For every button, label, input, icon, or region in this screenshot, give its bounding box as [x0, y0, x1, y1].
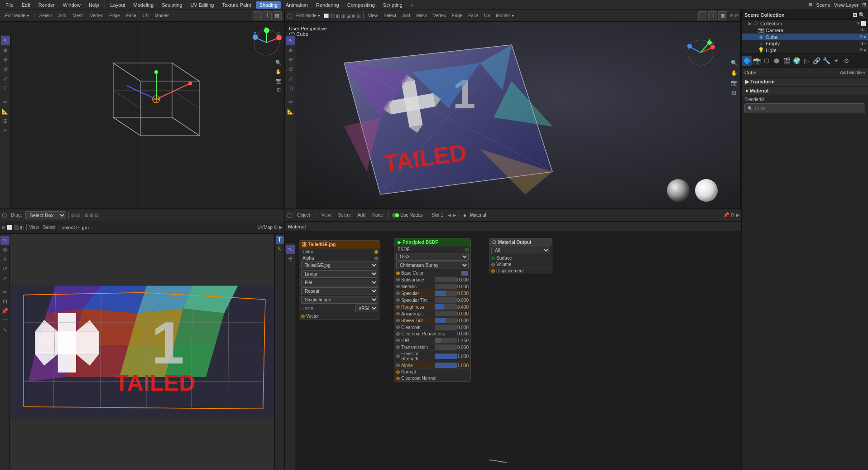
- workspace-compositing[interactable]: Compositing: [344, 1, 379, 9]
- vm-scale-tool[interactable]: ⤢: [286, 74, 295, 83]
- vm-measure-tool[interactable]: 📐: [286, 107, 295, 116]
- image-projection-select[interactable]: Repeat: [301, 287, 378, 295]
- vm-add[interactable]: Add: [400, 12, 412, 19]
- sc-search-icon[interactable]: 🔍: [858, 12, 865, 18]
- uv-sidebar-tool[interactable]: T: [276, 236, 284, 244]
- vp-tl-face[interactable]: Face: [124, 12, 139, 19]
- scale-tool[interactable]: ⤢: [1, 74, 10, 83]
- material-output-node[interactable]: ⬡ Material Output All Surface Vol: [489, 238, 552, 274]
- menu-window[interactable]: Window: [59, 1, 84, 9]
- image-file-select[interactable]: TailedGE.jpg: [301, 262, 378, 269]
- uv-annotate-tool[interactable]: ✏: [0, 287, 10, 296]
- props-modifier-icon[interactable]: 🔧: [821, 56, 831, 66]
- vm-rotate-tool[interactable]: ↺: [286, 65, 295, 74]
- props-render-icon[interactable]: 📸: [752, 56, 762, 66]
- specular-socket[interactable]: [396, 291, 400, 295]
- tree-item-collection[interactable]: ▶ ⬡ Collection 👁 ⬜: [742, 20, 868, 27]
- vector-socket[interactable]: [301, 315, 305, 318]
- workspace-add[interactable]: +: [407, 1, 417, 9]
- clearcoat-socket[interactable]: [396, 325, 400, 329]
- uv-select-tool[interactable]: ↖: [0, 236, 10, 245]
- image-interpolation-select[interactable]: Linear: [301, 270, 378, 278]
- vm-overlay-toggle[interactable]: ⊞ ⊟: [730, 13, 739, 18]
- aniso-socket[interactable]: [396, 312, 400, 315]
- vm-face[interactable]: Face: [466, 12, 480, 19]
- vm-face-select[interactable]: ▦: [718, 11, 727, 20]
- ne-pin-icon[interactable]: 📌: [723, 212, 729, 218]
- trans-socket[interactable]: [396, 345, 400, 349]
- grid-icon[interactable]: ⊞: [274, 86, 283, 94]
- uv-select-btn[interactable]: Select: [43, 225, 56, 230]
- props-object-icon[interactable]: ▷: [801, 56, 811, 66]
- props-constraint-icon[interactable]: 🔗: [811, 56, 821, 66]
- collection-hide[interactable]: ⬜: [861, 21, 866, 26]
- ior-socket[interactable]: [396, 339, 400, 342]
- editor-type-icon[interactable]: ⬡: [287, 12, 293, 19]
- search-blendkit[interactable]: 🔍: [744, 103, 865, 113]
- uv-move-tool[interactable]: ✛: [0, 255, 10, 264]
- sc-filter-icon[interactable]: ⊞: [853, 12, 857, 18]
- vm-hand-icon[interactable]: ✋: [729, 68, 739, 78]
- vm-mode-selector[interactable]: Edit Mode ▾: [294, 12, 322, 19]
- cc-rough-socket[interactable]: [396, 332, 400, 336]
- measure-tool[interactable]: 📐: [1, 107, 10, 116]
- ne-view[interactable]: View: [319, 212, 334, 218]
- ne-add[interactable]: Add: [355, 212, 368, 218]
- vm-mesh[interactable]: Mesh: [414, 12, 429, 19]
- move-tool[interactable]: ✛: [1, 55, 10, 64]
- ggx-select[interactable]: GGX: [396, 253, 469, 261]
- camera-view-icon[interactable]: 📷: [274, 77, 283, 85]
- annotate-tool[interactable]: ✏: [1, 97, 10, 107]
- vertex-select-icon[interactable]: ·: [253, 11, 262, 20]
- workspace-rendering[interactable]: Rendering: [312, 1, 343, 9]
- spec-tint-socket[interactable]: [396, 298, 400, 302]
- vm-vertex-select[interactable]: ·: [698, 11, 707, 20]
- image-single-select[interactable]: Single Image: [301, 296, 378, 304]
- image-colorspace-select[interactable]: sRGB: [355, 305, 378, 312]
- vm-annotate-tool[interactable]: ✏: [286, 97, 295, 107]
- uv-sidebar-n[interactable]: N: [276, 245, 284, 253]
- vm-camera-icon[interactable]: 📷: [729, 78, 739, 87]
- props-modifier-add[interactable]: Add Modifier: [840, 70, 865, 75]
- ne-slot[interactable]: Slot 1: [429, 212, 446, 218]
- tree-item-empty[interactable]: ○ Empty 👁 ·: [742, 40, 868, 47]
- tree-item-camera[interactable]: 📷 Camera 👁 ·: [742, 27, 868, 34]
- options-btn[interactable]: ⊞: [862, 2, 866, 8]
- viewport-tl-scene[interactable]: ↖ ⊕ ✛ ↺ ⤢ ⊡ ✏ 📐 ⊞ ✂ X Y: [0, 22, 284, 208]
- props-particles-icon[interactable]: ✦: [831, 56, 841, 66]
- vm-edge[interactable]: Edge: [450, 12, 465, 19]
- vm-select[interactable]: Select: [381, 12, 398, 19]
- vm-transform-tool[interactable]: ⊡: [286, 84, 295, 93]
- vm-view[interactable]: View: [366, 12, 380, 19]
- volume-socket[interactable]: [491, 263, 495, 266]
- vp-tl-vertex[interactable]: Vertex: [88, 12, 105, 19]
- uv-relax-tool[interactable]: ⊡: [0, 297, 10, 306]
- props-physics-icon[interactable]: ⚙: [841, 56, 851, 66]
- light-visibility[interactable]: 👁: [859, 48, 863, 53]
- bsdf-socket[interactable]: [465, 248, 469, 252]
- ne-use-nodes-toggle[interactable]: Use Nodes: [392, 213, 422, 218]
- uv-settings-icon[interactable]: ⚙: [273, 224, 278, 230]
- face-select-icon[interactable]: ▦: [273, 11, 282, 20]
- blendkit-search[interactable]: [755, 106, 862, 111]
- ne-select[interactable]: Select: [336, 212, 353, 218]
- node-select-tool[interactable]: ↖: [286, 245, 295, 254]
- material-section-title[interactable]: ● Material: [742, 87, 868, 95]
- base-color-socket[interactable]: [396, 271, 400, 275]
- uv-smooth-tool[interactable]: 〰: [0, 316, 10, 325]
- rotate-tool[interactable]: ↺: [1, 65, 10, 74]
- collection-visibility[interactable]: 👁: [856, 21, 861, 26]
- workspace-shading[interactable]: Shading: [256, 1, 281, 9]
- uv-stretch-tool[interactable]: ⤡: [0, 325, 10, 334]
- menu-render[interactable]: Render: [35, 1, 58, 9]
- sheen-tint-socket[interactable]: [396, 319, 400, 322]
- uv-scale-tool[interactable]: ⤢: [0, 274, 10, 283]
- vm-select-tool[interactable]: ↖: [286, 36, 295, 45]
- vp-tl-edge[interactable]: Edge: [107, 12, 122, 19]
- roughness-socket[interactable]: [396, 305, 400, 309]
- props-scene-icon[interactable]: 🔷: [742, 56, 752, 66]
- vp-tl-add[interactable]: Add: [56, 12, 69, 19]
- props-view-layer-icon[interactable]: ⬢: [772, 56, 782, 66]
- dot-icon[interactable]: ·: [274, 95, 283, 103]
- em-str-socket[interactable]: [396, 354, 400, 358]
